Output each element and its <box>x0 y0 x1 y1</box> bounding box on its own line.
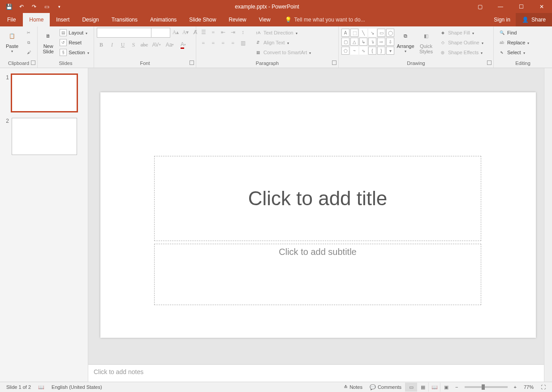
shape-more-icon[interactable]: ▾ <box>386 47 394 55</box>
notes-toggle[interactable]: ≛ Notes <box>340 384 366 390</box>
ribbon-display-options-icon[interactable]: ▢ <box>470 0 490 13</box>
comments-toggle[interactable]: 💬 Comments <box>366 384 405 390</box>
shape-elbowarrow-icon[interactable]: ↴ <box>368 38 376 46</box>
minimize-icon[interactable]: — <box>490 0 511 13</box>
shape-outline-button[interactable]: ◇Shape Outline <box>437 38 485 47</box>
select-button[interactable]: ⬉Select <box>496 47 531 57</box>
font-name-input[interactable] <box>97 28 151 38</box>
quick-styles-button[interactable]: ◧ Quick Styles <box>417 28 436 54</box>
zoom-out-button[interactable]: − <box>452 384 461 390</box>
section-button[interactable]: §Section <box>58 47 91 57</box>
find-button[interactable]: 🔍Find <box>496 28 531 38</box>
line-spacing-button[interactable]: ↕ <box>238 28 247 37</box>
slideshow-view-button[interactable]: ▣ <box>440 383 452 392</box>
shape-textbox-icon[interactable]: A <box>341 29 349 37</box>
columns-button[interactable]: ▥ <box>238 39 247 47</box>
shape-callout-icon[interactable]: ⬠ <box>341 47 349 55</box>
status-slide-count[interactable]: Slide 1 of 2 <box>3 384 34 390</box>
format-painter-button[interactable]: 🖌 <box>23 47 34 57</box>
shape-rbrace-icon[interactable]: } <box>377 47 385 55</box>
strikethrough-button[interactable]: abc <box>140 40 149 49</box>
spellcheck-icon[interactable]: 📖 <box>34 384 48 390</box>
bold-button[interactable]: B <box>97 40 106 49</box>
reset-button[interactable]: ↺Reset <box>58 38 91 47</box>
tab-slideshow[interactable]: Slide Show <box>183 13 222 26</box>
numbering-button[interactable]: ≡ <box>209 28 218 37</box>
italic-button[interactable]: I <box>108 40 116 49</box>
shape-curve-icon[interactable]: ~ <box>350 47 358 55</box>
title-placeholder[interactable]: Click to add title <box>154 156 481 241</box>
align-left-button[interactable]: ≡ <box>199 39 208 47</box>
tab-home[interactable]: Home <box>23 13 50 26</box>
shape-blockarrow-icon[interactable]: ⇨ <box>377 38 385 46</box>
slide-sorter-view-button[interactable]: ▦ <box>417 383 428 392</box>
shape-oval-icon[interactable]: ◯ <box>386 29 394 37</box>
cut-button[interactable]: ✂ <box>23 28 34 38</box>
shape-elbow-icon[interactable]: ↳ <box>359 38 367 46</box>
shape-arrow-icon[interactable]: ↘ <box>368 29 376 37</box>
decrease-font-button[interactable]: A▾ <box>181 28 190 37</box>
character-spacing-button[interactable]: AV▾ <box>151 40 162 49</box>
decrease-indent-button[interactable]: ⇤ <box>219 28 228 37</box>
shape-effects-button[interactable]: ◎Shape Effects <box>437 47 485 57</box>
shape-vtextbox-icon[interactable]: ⬚ <box>350 29 358 37</box>
new-slide-button[interactable]: 🗎 New Slide <box>40 28 56 54</box>
tab-view[interactable]: View <box>253 13 277 26</box>
vertical-scrollbar[interactable] <box>544 68 552 382</box>
tab-review[interactable]: Review <box>222 13 252 26</box>
tab-animations[interactable]: Animations <box>144 13 183 26</box>
font-size-input[interactable] <box>151 28 170 38</box>
change-case-button[interactable]: Aa▾ <box>164 40 176 49</box>
copy-button[interactable]: ⧉ <box>23 38 34 47</box>
slide-thumbnail-2[interactable] <box>12 118 77 155</box>
shape-triangle-icon[interactable]: △ <box>350 38 358 46</box>
increase-font-button[interactable]: A▴ <box>171 28 180 37</box>
status-language[interactable]: English (United States) <box>48 384 106 390</box>
qat-customize-icon[interactable]: ▾ <box>54 1 65 12</box>
arrange-button[interactable]: ⧉ Arrange ▾ <box>396 28 415 53</box>
clipboard-dialog-launcher[interactable] <box>31 60 35 65</box>
shadow-button[interactable]: S <box>129 40 138 49</box>
share-button[interactable]: 👤 Share <box>516 13 552 26</box>
paste-button[interactable]: 📋 Paste ▾ <box>3 28 22 53</box>
shape-roundrect-icon[interactable]: ▢ <box>341 38 349 46</box>
sign-in-button[interactable]: Sign in <box>488 13 516 26</box>
font-color-button[interactable]: A▾ <box>177 40 189 49</box>
shape-line-icon[interactable]: ╲ <box>359 29 367 37</box>
start-from-beginning-icon[interactable]: ▭ <box>41 1 52 12</box>
justify-button[interactable]: ≡ <box>229 39 237 47</box>
layout-button[interactable]: ▤Layout <box>58 28 91 38</box>
shape-lbrace-icon[interactable]: { <box>368 47 376 55</box>
shape-arrowdown-icon[interactable]: ⇩ <box>386 38 394 46</box>
zoom-level[interactable]: 77% <box>520 384 537 390</box>
slide-thumbnail-1[interactable] <box>12 74 77 112</box>
tell-me[interactable]: 💡 Tell me what you want to do... <box>285 13 365 26</box>
tab-design[interactable]: Design <box>76 13 105 26</box>
text-direction-button[interactable]: ↕AText Direction <box>253 28 313 38</box>
underline-button[interactable]: U <box>118 40 127 49</box>
drawing-dialog-launcher[interactable] <box>487 60 492 65</box>
maximize-icon[interactable]: ☐ <box>511 0 531 13</box>
tab-file[interactable]: File <box>0 13 23 26</box>
shapes-gallery[interactable]: A⬚╲↘▭◯ ▢△↳↴⇨⇩ ⬠~∿{}▾ <box>341 28 394 55</box>
convert-smartart-button[interactable]: ▦Convert to SmartArt <box>253 47 313 57</box>
slide-thumbnails-pane[interactable]: 1 2 <box>0 68 88 382</box>
shape-fill-button[interactable]: ◆Shape Fill <box>437 28 485 38</box>
reading-view-button[interactable]: 📖 <box>428 383 440 392</box>
replace-button[interactable]: abReplace <box>496 38 531 47</box>
subtitle-placeholder[interactable]: Click to add subtitle <box>154 244 481 305</box>
increase-indent-button[interactable]: ⇥ <box>229 28 237 37</box>
normal-view-button[interactable]: ▭ <box>405 383 417 392</box>
redo-icon[interactable]: ↷ <box>29 1 39 12</box>
zoom-slider[interactable] <box>465 386 508 388</box>
close-icon[interactable]: ✕ <box>531 0 552 13</box>
paragraph-dialog-launcher[interactable] <box>332 60 336 65</box>
save-icon[interactable]: 💾 <box>4 1 14 12</box>
align-center-button[interactable]: ≡ <box>209 39 218 47</box>
tab-transitions[interactable]: Transitions <box>105 13 144 26</box>
notes-pane[interactable]: Click to add notes <box>88 364 544 382</box>
fit-to-window-button[interactable]: ⛶ <box>537 384 549 390</box>
zoom-in-button[interactable]: + <box>510 384 520 390</box>
undo-icon[interactable]: ↶ <box>16 1 27 12</box>
shape-rect-icon[interactable]: ▭ <box>377 29 385 37</box>
